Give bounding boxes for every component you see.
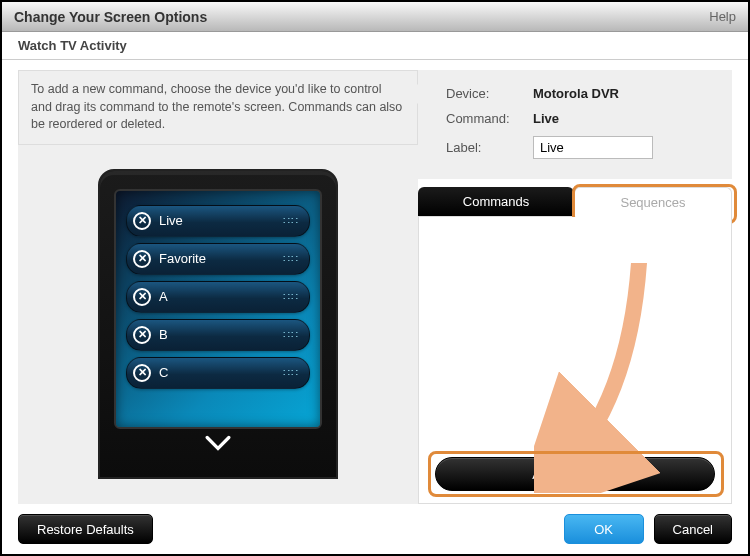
help-link[interactable]: Help xyxy=(709,9,736,24)
details-panel: Device: Motorola DVR Command: Live Label… xyxy=(418,70,732,179)
ok-button[interactable]: OK xyxy=(564,514,644,544)
delete-icon[interactable]: ✕ xyxy=(133,212,151,230)
activity-subtitle: Watch TV Activity xyxy=(2,32,748,60)
drag-handle-icon[interactable]: ∷∷ xyxy=(283,371,299,375)
remote-command-label: B xyxy=(159,327,168,342)
content-area: To add a new command, choose the device … xyxy=(2,60,748,504)
remote-command-row[interactable]: ✕ C ∷∷ xyxy=(126,357,310,389)
remote-preview: ✕ Live ∷∷ ✕ Favorite ∷∷ ✕ A ∷∷ xyxy=(18,145,418,505)
remote-body: ✕ Live ∷∷ ✕ Favorite ∷∷ ✕ A ∷∷ xyxy=(98,169,338,479)
label-input[interactable] xyxy=(533,136,653,159)
remote-command-label: Live xyxy=(159,213,183,228)
remote-screen[interactable]: ✕ Live ∷∷ ✕ Favorite ∷∷ ✕ A ∷∷ xyxy=(114,189,322,429)
tab-sequences[interactable]: Sequences xyxy=(574,187,732,217)
tab-commands[interactable]: Commands xyxy=(418,187,574,217)
instructions-text: To add a new command, choose the device … xyxy=(18,70,418,145)
label-label: Label: xyxy=(440,132,525,163)
command-label: Command: xyxy=(440,107,525,130)
remote-command-label: A xyxy=(159,289,168,304)
title-bar: Change Your Screen Options Help xyxy=(2,2,748,32)
remote-command-row[interactable]: ✕ B ∷∷ xyxy=(126,319,310,351)
remote-command-row[interactable]: ✕ Favorite ∷∷ xyxy=(126,243,310,275)
drag-handle-icon[interactable]: ∷∷ xyxy=(283,333,299,337)
window-title: Change Your Screen Options xyxy=(14,9,207,25)
delete-icon[interactable]: ✕ xyxy=(133,250,151,268)
left-column: To add a new command, choose the device … xyxy=(18,70,418,504)
device-label: Device: xyxy=(440,82,525,105)
restore-defaults-button[interactable]: Restore Defaults xyxy=(18,514,153,544)
right-column: Device: Motorola DVR Command: Live Label… xyxy=(418,70,732,504)
delete-icon[interactable]: ✕ xyxy=(133,364,151,382)
drag-handle-icon[interactable]: ∷∷ xyxy=(283,257,299,261)
remote-command-row[interactable]: ✕ A ∷∷ xyxy=(126,281,310,313)
delete-icon[interactable]: ✕ xyxy=(133,288,151,306)
remote-command-label: Favorite xyxy=(159,251,206,266)
scroll-down-button[interactable] xyxy=(114,435,322,453)
remote-command-label: C xyxy=(159,365,168,380)
tab-body: Add Sequence xyxy=(418,217,732,504)
details-table: Device: Motorola DVR Command: Live Label… xyxy=(438,80,661,165)
tabs-row: Commands Sequences xyxy=(418,187,732,217)
add-sequence-button[interactable]: Add Sequence xyxy=(435,457,715,491)
remote-command-row[interactable]: ✕ Live ∷∷ xyxy=(126,205,310,237)
drag-handle-icon[interactable]: ∷∷ xyxy=(283,219,299,223)
drag-handle-icon[interactable]: ∷∷ xyxy=(283,295,299,299)
command-value: Live xyxy=(527,107,659,130)
device-value: Motorola DVR xyxy=(527,82,659,105)
chevron-down-icon xyxy=(205,435,231,453)
app-window: Change Your Screen Options Help Watch TV… xyxy=(0,0,750,556)
footer: Restore Defaults OK Cancel xyxy=(2,504,748,554)
cancel-button[interactable]: Cancel xyxy=(654,514,732,544)
delete-icon[interactable]: ✕ xyxy=(133,326,151,344)
